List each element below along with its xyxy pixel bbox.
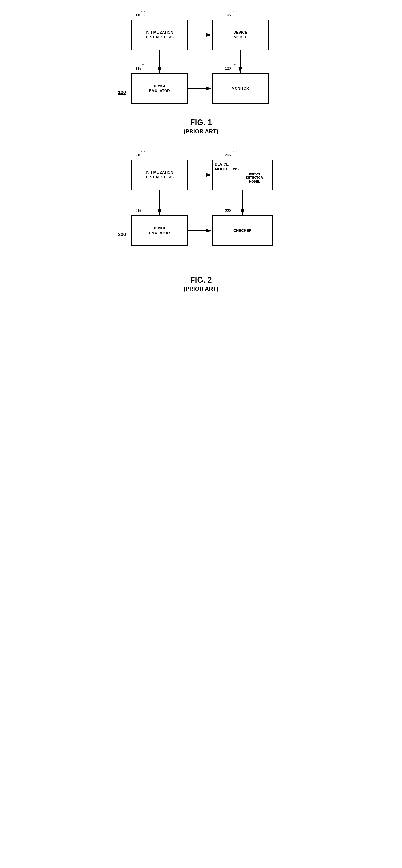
- curly-220: ⌒: [232, 207, 237, 211]
- curly-110: ⌒: [141, 11, 145, 16]
- page: 110 ⌒ 105 INITIALIZATIONTEST VECTORS DEV…: [100, 0, 302, 302]
- fig2-subtitle: (PRIOR ART): [114, 285, 288, 292]
- curly-105: ⌒: [232, 11, 237, 16]
- curly-115: ⌒: [141, 64, 145, 69]
- fig1-subtitle: (PRIOR ART): [114, 128, 288, 135]
- fig1-number: FIG. 1: [114, 118, 288, 127]
- fig2-label: FIG. 2 (PRIOR ART): [114, 275, 288, 292]
- fig1-arrows: [118, 9, 284, 114]
- fig2-number: FIG. 2: [114, 275, 288, 285]
- curly-210: ⌒: [141, 151, 145, 156]
- curly-215: ⌒: [141, 207, 145, 211]
- fig2-diagram: 210 205 INITIALIZATIONTEST VECTORS DEVIC…: [118, 149, 284, 271]
- curly-120: ⌒: [232, 64, 237, 69]
- fig1-label: FIG. 1 (PRIOR ART): [114, 118, 288, 135]
- curly-205: ⌒: [232, 151, 237, 156]
- fig1-diagram: 110 ⌒ 105 INITIALIZATIONTEST VECTORS DEV…: [118, 9, 284, 114]
